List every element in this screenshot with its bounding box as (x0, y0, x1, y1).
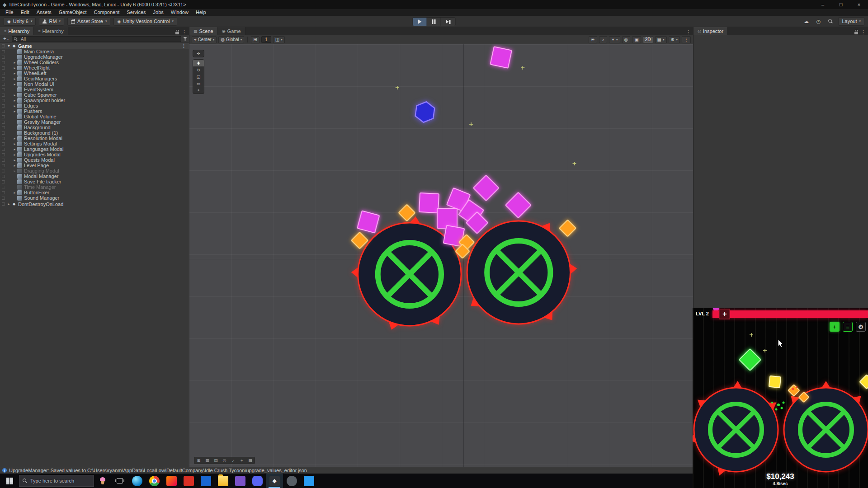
taskbar-app-red-app[interactable] (180, 474, 197, 488)
taskbar-app-discord[interactable] (249, 474, 266, 488)
tab-scene[interactable]: ▦ Scene (189, 27, 218, 35)
visibility-toggle[interactable] (0, 61, 6, 64)
menu-assets[interactable]: Assets (33, 9, 55, 16)
hierarchy-search-input[interactable]: All (12, 36, 181, 42)
camera-settings-button[interactable]: ▣ (632, 36, 641, 43)
expand-arrow-icon[interactable]: ▸ (12, 77, 17, 81)
visibility-toggle[interactable] (0, 99, 6, 102)
console-status-message[interactable]: UpgradeManager: Saved values to C:\Users… (9, 468, 307, 473)
hierarchy-item[interactable]: Global Volume (0, 114, 189, 119)
visibility-toggle[interactable] (0, 77, 6, 80)
visibility-toggle[interactable] (0, 66, 6, 70)
expand-arrow-icon[interactable]: ▸ (12, 82, 17, 86)
scene-canvas[interactable]: ✛ ✚↻◱▭⌖ ⊞▦▤◎♪⌖▩ (189, 44, 693, 467)
account-button[interactable]: RM ▾ (39, 17, 64, 26)
panel-menu-icon[interactable]: ⋮ (861, 29, 866, 35)
visibility-toggle[interactable] (0, 110, 6, 113)
grid-visibility-dropdown[interactable]: ▦ ▾ (655, 36, 667, 43)
menu-file[interactable]: File (2, 9, 17, 16)
settings-button[interactable]: ⚙ (856, 322, 866, 332)
hierarchy-item[interactable]: ▸Resolution Modal (0, 136, 189, 141)
visibility-toggle[interactable] (0, 56, 6, 59)
menu-edit[interactable]: Edit (17, 9, 33, 16)
minimize-button[interactable]: – (814, 0, 832, 9)
move-tool[interactable]: ✚ (193, 60, 204, 66)
hierarchy-item[interactable]: ▸GearManagers (0, 76, 189, 81)
scene-menu-button[interactable]: ⋮ (682, 36, 691, 43)
view-tool[interactable]: ✛ (193, 50, 204, 57)
hierarchy-item[interactable]: Main Camera (0, 49, 189, 54)
hierarchy-item[interactable]: ▸Non Modal UI (0, 81, 189, 87)
tab-inspector[interactable]: ◎ Inspector (693, 27, 728, 35)
cloud-button[interactable]: ☁ (802, 17, 811, 26)
rect-tool[interactable]: ▭ (193, 80, 204, 87)
tab-game[interactable]: ◉ Game (218, 27, 245, 35)
hierarchy-item[interactable]: Time Manager (0, 184, 189, 190)
taskbar-app-unity[interactable] (266, 474, 283, 488)
start-button[interactable] (0, 474, 19, 488)
hierarchy-item[interactable]: Gravity Manager (0, 119, 189, 125)
scene-overlay-toggle-6[interactable]: ⌖ (237, 457, 246, 464)
expand-arrow-icon[interactable]: ▸ (12, 136, 17, 141)
scene-menu-icon[interactable]: ⋮ (181, 43, 189, 49)
visibility-toggle[interactable] (0, 50, 6, 53)
version-control-button[interactable]: ◈ Unity Version Control ▾ (113, 17, 177, 26)
expand-arrow-icon[interactable]: ▸ (12, 109, 17, 113)
taskbar-app-vscode[interactable] (300, 474, 317, 488)
visibility-toggle[interactable] (0, 159, 6, 162)
game-preview-window[interactable]: LVL 2 + + ≡ ⚙ $10,243 4.8/sec (693, 308, 868, 488)
expand-arrow-icon[interactable]: ▸ (12, 93, 17, 97)
level-plus-button[interactable]: + (719, 309, 730, 319)
rotate-tool[interactable]: ↻ (193, 66, 204, 73)
hierarchy-item[interactable]: Sound Manager (0, 195, 189, 201)
hierarchy-item[interactable]: ▸Settings Modal (0, 141, 189, 146)
visibility-toggle[interactable] (0, 169, 6, 173)
scene-overlay-toggle-5[interactable]: ♪ (229, 457, 237, 464)
tab-hierarchy-1[interactable]: ≡ Hierarchy (0, 27, 34, 35)
taskbar-app-visual-studio[interactable] (231, 474, 249, 488)
taskbar-app-blue-app[interactable] (197, 474, 214, 488)
expand-arrow-icon[interactable]: ▸ (12, 147, 17, 151)
visibility-toggle[interactable] (0, 148, 6, 151)
taskbar-app-chrome[interactable] (146, 474, 163, 488)
hierarchy-item[interactable]: ▸WheelRight (0, 65, 189, 70)
search-button[interactable] (826, 17, 835, 26)
menu-gameobject[interactable]: GameObject (55, 9, 90, 16)
audio-toggle[interactable]: ♪ (599, 36, 607, 43)
scene-root-row[interactable]: ▾ ◆ Game ⋮ (0, 43, 189, 49)
scene-visibility-toggle[interactable]: ◎ (622, 36, 631, 43)
hierarchy-item[interactable]: ▸WheelLeft (0, 70, 189, 76)
taskbar-app-edge[interactable] (128, 474, 146, 488)
scene-overlay-toggle-2[interactable]: ▦ (203, 457, 212, 464)
visibility-toggle[interactable] (0, 197, 6, 200)
menu-help[interactable]: Help (192, 9, 210, 16)
expand-arrow-icon[interactable]: ▸ (12, 61, 17, 65)
hierarchy-item[interactable]: ▸Quests Modal (0, 157, 189, 163)
menu-services[interactable]: Services (123, 9, 149, 16)
visibility-toggle[interactable] (0, 202, 6, 206)
grid-snap-toggle[interactable]: ⊞ (251, 36, 259, 43)
step-button[interactable] (441, 18, 455, 26)
hierarchy-item[interactable]: ▸Wheel Colliders (0, 60, 189, 65)
visibility-toggle[interactable] (0, 83, 6, 86)
gizmos-dropdown[interactable]: ⚙ ▾ (669, 36, 680, 43)
hierarchy-item[interactable]: Background (1) (0, 130, 189, 136)
snap-increment-dropdown[interactable]: ◫ ▾ (273, 36, 285, 43)
visibility-toggle[interactable] (0, 44, 6, 47)
visibility-toggle[interactable] (0, 191, 6, 194)
expand-arrow-icon[interactable]: ▸ (12, 169, 17, 173)
visibility-toggle[interactable] (0, 131, 6, 135)
expand-arrow-icon[interactable]: ▸ (12, 158, 17, 162)
menu-window[interactable]: Window (167, 9, 192, 16)
hierarchy-item[interactable]: ▸Languages Modal (0, 146, 189, 152)
transform-tool[interactable]: ⌖ (193, 87, 204, 94)
expand-arrow-icon[interactable]: ▸ (12, 104, 17, 108)
visibility-toggle[interactable] (0, 186, 6, 189)
visibility-toggle[interactable] (0, 88, 6, 91)
hierarchy-item[interactable]: ▸Spawnpoint holder (0, 98, 189, 103)
expand-arrow-icon[interactable]: ▸ (6, 202, 11, 206)
menu-component[interactable]: Component (90, 9, 123, 16)
hierarchy-item[interactable]: ▸Cube Spawner (0, 92, 189, 98)
hierarchy-item[interactable]: ▸Edges (0, 103, 189, 108)
tab-hierarchy-2[interactable]: ≡ Hierarchy (34, 27, 68, 35)
